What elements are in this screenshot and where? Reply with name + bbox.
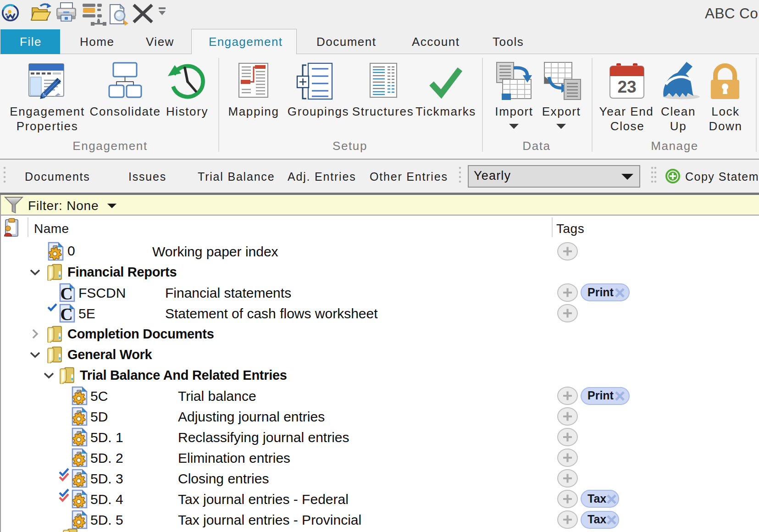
svg-text:23: 23 [617,78,636,96]
